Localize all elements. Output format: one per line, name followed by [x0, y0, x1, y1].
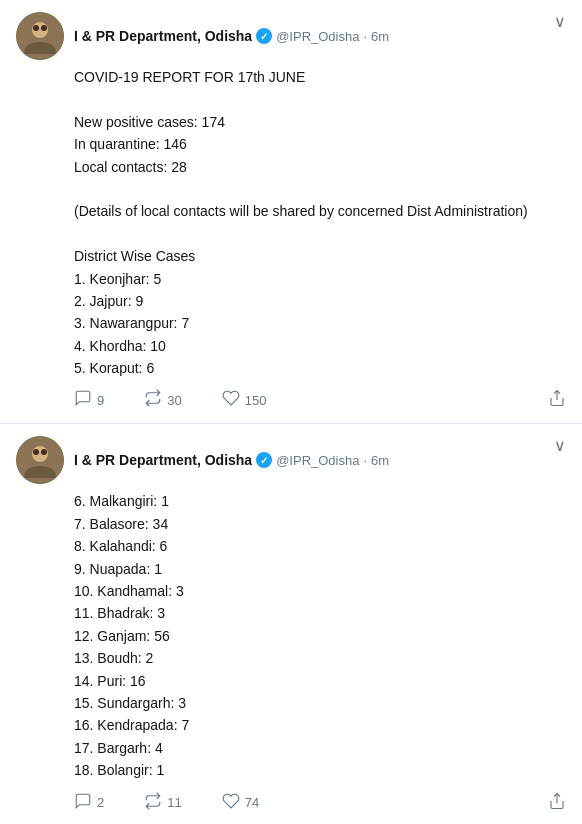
comment-count-1: 9 [97, 393, 104, 408]
like-button-2[interactable]: 74 [222, 792, 259, 814]
avatar-image-2 [16, 436, 64, 484]
tweet-actions-2: 2 11 74 [74, 792, 566, 814]
tweet-header-2: I & PR Department, Odisha ✓ @IPR_Odisha … [16, 436, 566, 484]
share-button-2[interactable] [548, 792, 566, 814]
retweet-button-2[interactable]: 11 [144, 792, 181, 814]
comment-count-2: 2 [97, 795, 104, 810]
avatar-1[interactable] [16, 12, 64, 60]
tweet-header-left-2: I & PR Department, Odisha ✓ @IPR_Odisha … [16, 436, 389, 484]
user-info-1: I & PR Department, Odisha ✓ @IPR_Odisha … [74, 28, 389, 44]
avatar-image-1 [16, 12, 64, 60]
retweet-count-1: 30 [167, 393, 181, 408]
svg-point-8 [41, 449, 47, 455]
retweet-count-2: 11 [167, 795, 181, 810]
tweet-card-1: I & PR Department, Odisha ✓ @IPR_Odisha … [0, 0, 582, 424]
like-count-2: 74 [245, 795, 259, 810]
tweet-actions-1: 9 30 150 [74, 389, 566, 411]
svg-point-3 [41, 25, 47, 31]
share-button-1[interactable] [548, 389, 566, 411]
user-name-1[interactable]: I & PR Department, Odisha [74, 28, 252, 44]
tweet-header-left-1: I & PR Department, Odisha ✓ @IPR_Odisha … [16, 12, 389, 60]
svg-point-2 [33, 25, 39, 31]
tweet-body-2: 6. Malkangiri: 1 7. Balasore: 34 8. Kala… [74, 490, 566, 781]
user-info-2: I & PR Department, Odisha ✓ @IPR_Odisha … [74, 452, 389, 468]
retweet-button-1[interactable]: 30 [144, 389, 181, 411]
comment-button-2[interactable]: 2 [74, 792, 104, 814]
verified-badge-1: ✓ [256, 28, 272, 44]
svg-point-7 [33, 449, 39, 455]
user-handle-2[interactable]: @IPR_Odisha [276, 453, 359, 468]
user-name-row-1: I & PR Department, Odisha ✓ @IPR_Odisha … [74, 28, 389, 44]
tweet-header-1: I & PR Department, Odisha ✓ @IPR_Odisha … [16, 12, 566, 60]
retweet-icon-1 [144, 389, 162, 411]
user-name-2[interactable]: I & PR Department, Odisha [74, 452, 252, 468]
avatar-2[interactable] [16, 436, 64, 484]
tweet-card-2: I & PR Department, Odisha ✓ @IPR_Odisha … [0, 424, 582, 824]
time-separator-2: · [363, 453, 367, 468]
comment-icon-1 [74, 389, 92, 411]
like-icon-2 [222, 792, 240, 814]
comment-button-1[interactable]: 9 [74, 389, 104, 411]
share-icon-2 [548, 792, 566, 814]
tweet-menu-chevron-2[interactable]: ∨ [554, 436, 566, 455]
retweet-icon-2 [144, 792, 162, 814]
tweet-body-1: COVID-19 REPORT FOR 17th JUNE New positi… [74, 66, 566, 379]
tweet-text-1: COVID-19 REPORT FOR 17th JUNE New positi… [74, 66, 566, 379]
like-count-1: 150 [245, 393, 267, 408]
tweet-time-2: 6m [371, 453, 389, 468]
verified-badge-2: ✓ [256, 452, 272, 468]
like-icon-1 [222, 389, 240, 411]
tweet-menu-chevron-1[interactable]: ∨ [554, 12, 566, 31]
user-handle-1[interactable]: @IPR_Odisha [276, 29, 359, 44]
user-name-row-2: I & PR Department, Odisha ✓ @IPR_Odisha … [74, 452, 389, 468]
comment-icon-2 [74, 792, 92, 814]
time-separator-1: · [363, 29, 367, 44]
tweet-text-2: 6. Malkangiri: 1 7. Balasore: 34 8. Kala… [74, 490, 566, 781]
like-button-1[interactable]: 150 [222, 389, 267, 411]
share-icon-1 [548, 389, 566, 411]
tweet-time-1: 6m [371, 29, 389, 44]
